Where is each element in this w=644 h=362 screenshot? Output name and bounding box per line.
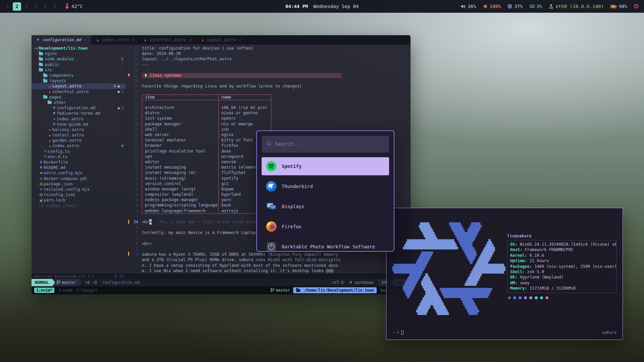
fetch-key: Kernel: bbox=[510, 253, 530, 258]
battery-value: 98% bbox=[619, 4, 627, 9]
editor-tab[interactable]: configuration.md× bbox=[32, 35, 91, 45]
tree-item[interactable]: contact.astro bbox=[32, 132, 126, 138]
tree-item[interactable]: tailwind.config.mjs bbox=[32, 187, 126, 192]
line-content: instant messagingmatrix (element) bbox=[142, 165, 271, 170]
workspace-button-2[interactable]: 2 bbox=[13, 2, 21, 11]
table-cell-item: compositor (wayland) bbox=[142, 192, 218, 197]
line-content: window manager (xorg)bspwm bbox=[142, 187, 271, 192]
tree-item[interactable]: public? bbox=[32, 62, 126, 67]
line-number: 15 bbox=[131, 138, 142, 143]
astro-icon bbox=[47, 144, 52, 147]
user-host: liv@sakura bbox=[507, 234, 616, 238]
tree-item[interactable]: README.md bbox=[32, 165, 126, 170]
tree-item[interactable]: otherPost.astro●□ bbox=[32, 89, 126, 95]
tree-badge: □ bbox=[121, 106, 123, 110]
tree-item[interactable]: node_modulesE bbox=[32, 56, 126, 62]
launcher-item-thunderbird[interactable]: Thunderbird bbox=[262, 177, 389, 195]
tree-item[interactable]: docker-compose.yml bbox=[32, 176, 126, 181]
penguin-icon bbox=[144, 72, 148, 78]
tree-item[interactable]: configuration.md●□ bbox=[32, 105, 126, 111]
tree-item[interactable]: (6 hidden items) bbox=[32, 203, 126, 208]
editor-tab[interactable]: index.astro× bbox=[91, 35, 139, 45]
clock-date: Wednesday Sep 04 bbox=[313, 4, 359, 9]
tree-item[interactable]: Layout.astroH●□ bbox=[32, 83, 126, 89]
tab-close-icon[interactable]: × bbox=[239, 38, 241, 42]
git-blame-text: You, 5 days ago • feat: write rough post… bbox=[159, 219, 263, 225]
tree-item[interactable]: config.ts bbox=[32, 149, 126, 154]
tab-close-icon[interactable]: × bbox=[189, 38, 192, 42]
tree-item[interactable]: pages bbox=[32, 95, 126, 100]
memory-value: 3% bbox=[537, 4, 542, 9]
launcher-item-darktable[interactable]: Darktable Photo Workflow Software bbox=[262, 238, 389, 252]
power-button[interactable] bbox=[634, 4, 639, 9]
tree-item[interactable]: balcony.astro bbox=[32, 127, 126, 132]
tree-item[interactable]: tone-guide.md bbox=[32, 122, 126, 127]
editor-tab[interactable]: otherPost.astro× bbox=[139, 35, 196, 45]
fetch-info: OS: NixOS 24.11.20240828.71e91c4 (Vicuna… bbox=[510, 242, 613, 291]
search-input[interactable] bbox=[275, 141, 384, 147]
tmux-window[interactable]: 3:lazygit bbox=[76, 288, 97, 293]
workspace-button-9[interactable]: 9 bbox=[50, 2, 59, 11]
markdown-icon bbox=[348, 281, 353, 284]
tree-item[interactable]: nginx bbox=[32, 51, 126, 56]
line-content: compositor (wayland)hyprland bbox=[142, 192, 271, 197]
tree-item[interactable]: layouts bbox=[32, 78, 126, 83]
tree-item[interactable]: fediverse-terms.md bbox=[32, 111, 126, 116]
tree-item[interactable]: env.d.ts bbox=[32, 154, 126, 160]
workspace-button-1[interactable]: 1 bbox=[3, 2, 12, 11]
astro-icon bbox=[143, 39, 148, 42]
fastfetch-output: ▗▄▄▄ ▗▄▄▄▄ ▄▄▄▖ ▜███▙ ▜███▙ ▟███▛ ▜███▙ … bbox=[392, 220, 616, 317]
tab-close-icon[interactable]: × bbox=[132, 38, 134, 42]
tree-item-label: garden.astro bbox=[52, 138, 82, 143]
tree-item[interactable]: src bbox=[32, 67, 126, 73]
workspace-switcher[interactable]: 123489 bbox=[3, 2, 60, 11]
tree-item-label: tsconfig.json bbox=[44, 192, 75, 197]
workspace-button-3[interactable]: 3 bbox=[22, 2, 31, 11]
tree-root[interactable]: ~/Development/liv.town bbox=[32, 46, 126, 51]
table-cell-item: music (streaming) bbox=[142, 176, 218, 181]
workspace-button-8[interactable]: 8 bbox=[41, 2, 49, 11]
tree-item[interactable]: index.astroH bbox=[32, 143, 126, 148]
filetype-name: markdown bbox=[355, 280, 373, 285]
tmux-window[interactable]: 1:nvim* bbox=[34, 288, 54, 293]
astro-icon bbox=[47, 90, 52, 93]
fetch-key: DE: bbox=[510, 275, 520, 280]
tree-item[interactable]: tsconfig.json bbox=[32, 192, 126, 197]
thermometer-icon bbox=[65, 3, 69, 10]
fetch-info-row: DE: Hyprland (Wayland) bbox=[510, 275, 613, 280]
tree-item[interactable]: astro.config.mjs bbox=[32, 170, 126, 176]
tree-item[interactable]: yarn.lock bbox=[32, 197, 126, 203]
tree-item[interactable]: index.astro bbox=[32, 116, 126, 121]
tab-close-icon[interactable]: × bbox=[85, 38, 87, 42]
tree-item-label: (6 hidden items) bbox=[39, 203, 77, 208]
editor-line: 26 bbox=[126, 78, 411, 83]
tree-item[interactable]: garden.astro bbox=[32, 138, 126, 143]
tree-item-badges: ●□ bbox=[118, 90, 123, 94]
fetch-value: NixOS 24.11.20240828.71e91c4 (Vicuna) x8… bbox=[520, 242, 616, 247]
js-icon bbox=[39, 172, 44, 175]
editor-tabbar: configuration.md×index.astro×otherPost.a… bbox=[32, 35, 411, 45]
tree-item[interactable]: components bbox=[32, 73, 126, 78]
launcher-item-spotify[interactable]: Spotify bbox=[262, 157, 389, 175]
editor-line: 23itemname bbox=[126, 95, 411, 100]
line-content: vpnwireguard bbox=[142, 154, 271, 160]
tree-item-label: env.d.ts bbox=[48, 155, 67, 159]
editor-tab[interactable]: Layout.astro× bbox=[196, 35, 246, 45]
launcher-item-displays[interactable]: Displays bbox=[262, 197, 389, 216]
editor-line: 31date: 2024-08-30 bbox=[126, 51, 411, 56]
fetch-info-row: Uptime: 21 hours bbox=[510, 258, 613, 263]
shell-prompt[interactable]: ~ > bbox=[392, 330, 404, 335]
network-icon bbox=[549, 4, 553, 9]
workspace-button-4[interactable]: 4 bbox=[32, 2, 40, 11]
ts-icon bbox=[43, 155, 48, 158]
sign-column bbox=[126, 220, 131, 224]
tmux-window[interactable]: 2:node bbox=[58, 288, 72, 293]
tree-item[interactable]: other bbox=[32, 100, 126, 105]
launcher-item-firefox[interactable]: Firefox bbox=[262, 218, 389, 236]
palette-dot bbox=[519, 296, 522, 299]
tree-item[interactable]: Dockerfile bbox=[32, 160, 126, 165]
editor-line: 22 bbox=[126, 100, 411, 105]
tree-item[interactable]: package.json bbox=[32, 181, 126, 187]
astro-icon bbox=[47, 134, 52, 137]
temperature-value: 42°C bbox=[71, 4, 83, 9]
